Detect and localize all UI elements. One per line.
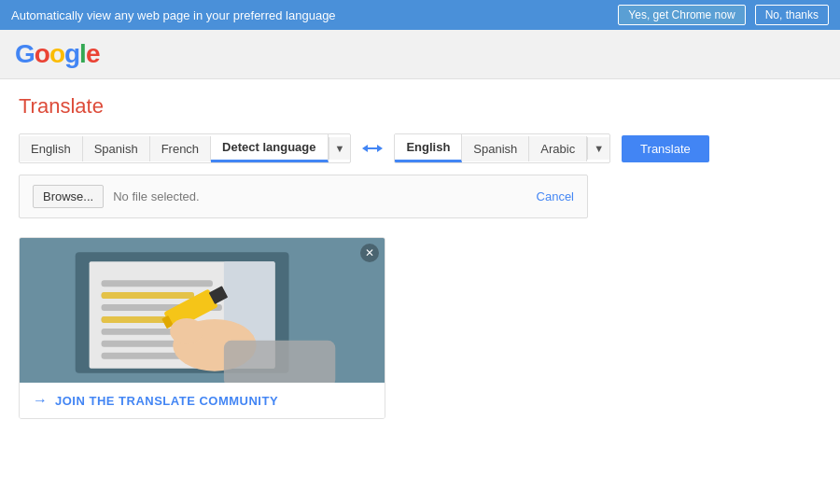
file-upload-area: Browse... No file selected. Cancel <box>19 175 588 218</box>
source-lang-spanish[interactable]: Spanish <box>83 136 150 161</box>
source-language-selector: English Spanish French Detect language ▼ <box>19 133 351 163</box>
source-lang-dropdown[interactable]: ▼ <box>329 137 351 160</box>
main-content: Translate English Spanish French Detect … <box>0 79 840 434</box>
browse-button[interactable]: Browse... <box>33 185 104 208</box>
target-language-selector: English Spanish Arabic ▼ <box>394 133 610 163</box>
source-lang-french[interactable]: French <box>150 136 211 161</box>
translate-button[interactable]: Translate <box>622 135 709 162</box>
target-lang-dropdown[interactable]: ▼ <box>587 137 609 160</box>
illustration-svg <box>20 238 385 383</box>
community-footer: → JOIN THE TRANSLATE COMMUNITY <box>20 383 385 418</box>
community-image: ✕ <box>20 238 385 383</box>
target-lang-arabic[interactable]: Arabic <box>529 136 587 161</box>
svg-rect-18 <box>224 341 335 383</box>
source-lang-detect[interactable]: Detect language <box>211 134 328 162</box>
header: Google <box>0 30 840 79</box>
svg-rect-11 <box>102 292 194 299</box>
community-card: ✕ → JOIN THE TRANSLATE COMMUNITY <box>19 237 385 419</box>
no-thanks-button[interactable]: No, thanks <box>755 5 829 25</box>
swap-icon <box>362 141 383 156</box>
yes-chrome-button[interactable]: Yes, get Chrome now <box>618 5 745 25</box>
close-card-button[interactable]: ✕ <box>360 244 379 262</box>
target-lang-spanish[interactable]: Spanish <box>462 136 529 161</box>
arrow-icon: → <box>33 392 48 409</box>
page-title: Translate <box>19 94 821 119</box>
target-lang-english[interactable]: English <box>395 134 462 162</box>
swap-languages-button[interactable] <box>362 141 383 156</box>
svg-rect-9 <box>102 341 176 347</box>
source-lang-english[interactable]: English <box>20 136 83 161</box>
community-link[interactable]: JOIN THE TRANSLATE COMMUNITY <box>55 394 278 408</box>
language-bar: English Spanish French Detect language ▼… <box>19 133 821 163</box>
google-logo[interactable]: Google <box>15 39 825 69</box>
banner-text: Automatically view any web page in your … <box>11 8 609 22</box>
cancel-link[interactable]: Cancel <box>537 189 574 203</box>
top-banner: Automatically view any web page in your … <box>0 0 840 30</box>
svg-point-17 <box>170 318 203 344</box>
svg-rect-4 <box>102 280 213 287</box>
file-label: No file selected. <box>113 189 536 203</box>
